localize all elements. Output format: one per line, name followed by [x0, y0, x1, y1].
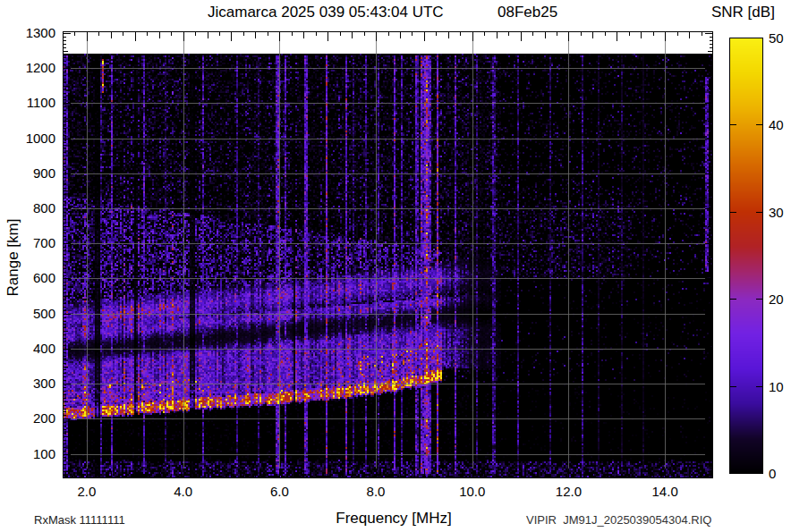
y-axis-tick-label: 600 [16, 270, 55, 285]
x-axis-tick-label: 8.0 [349, 484, 403, 499]
colorbar-tick-label: 50 [769, 30, 790, 46]
colorbar-tick-label: 30 [769, 205, 790, 220]
y-axis-tick-label: 400 [16, 341, 55, 356]
snr-colorbar-title: SNR [dB] [711, 4, 775, 21]
x-axis-tick-label: 2.0 [60, 484, 114, 499]
y-axis-tick-label: 100 [16, 446, 55, 461]
x-axis-tick-label: 6.0 [252, 484, 306, 499]
y-axis-tick-label: 1100 [16, 95, 55, 110]
date-label: 08Feb25 [498, 4, 557, 21]
y-axis-tick-label: 900 [16, 165, 55, 181]
x-axis-tick-label: 12.0 [541, 484, 595, 499]
plot-title: Jicamarca 2025 039 05:43:04 UTC [208, 4, 444, 21]
y-axis-tick-label: 1000 [16, 131, 55, 146]
y-axis-tick-label: 800 [16, 200, 55, 215]
colorbar-tick-label: 10 [769, 379, 790, 394]
colorbar-tick-label: 0 [769, 466, 790, 481]
x-axis-tick-label: 14.0 [638, 484, 692, 499]
ionogram-page: { "page": { "title": "Jicamarca 2025 039… [0, 0, 791, 532]
colorbar-tick-label: 20 [769, 291, 790, 307]
y-axis-tick-label: 200 [16, 410, 55, 426]
colorbar-tick-label: 40 [769, 117, 790, 132]
x-axis-title: Frequency [MHz] [295, 510, 492, 528]
y-axis-tick-label: 500 [16, 306, 55, 321]
y-axis-tick-label: 1200 [16, 60, 55, 75]
y-axis-tick-label: 1300 [16, 25, 55, 40]
file-name-label: VIPIR JM91J_2025039054304.RIQ [526, 513, 711, 527]
y-axis-tick-label: 700 [16, 235, 55, 250]
ionogram-canvas [63, 31, 713, 478]
y-axis-tick-label: 300 [16, 376, 55, 391]
x-axis-tick-label: 10.0 [446, 484, 499, 499]
colorbar-canvas [729, 38, 763, 474]
rxmask-label: RxMask 11111111 [34, 513, 125, 527]
x-axis-tick-label: 4.0 [157, 484, 210, 499]
